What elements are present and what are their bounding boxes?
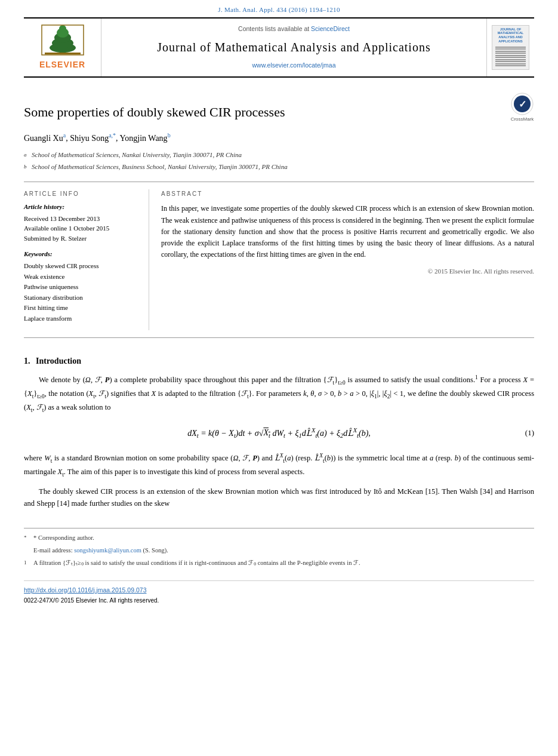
header-divider (24, 182, 534, 182)
author-c-sup: b (168, 132, 171, 139)
keyword-4: Stationary distribution (24, 293, 139, 303)
article-history: Article history: Received 13 December 20… (24, 202, 139, 243)
abstract-text: In this paper, we investigate some prope… (161, 203, 534, 260)
thumb-title: JOURNAL OFMATHEMATICALANALYSIS ANDAPPLIC… (498, 27, 523, 43)
journal-title: Journal of Mathematical Analysis and App… (157, 38, 430, 56)
paper-title: Some properties of doubly skewed CIR pro… (24, 104, 285, 121)
journal-thumbnail-section: JOURNAL OFMATHEMATICALANALYSIS ANDAPPLIC… (486, 19, 534, 77)
journal-reference-bar: J. Math. Anal. Appl. 434 (2016) 1194–121… (0, 0, 558, 17)
affil-a-sup: a (24, 150, 30, 159)
journal-title-section: Contents lists available at ScienceDirec… (101, 19, 486, 77)
authors-line: Guangli Xua, Shiyu Songa,*, Yongjin Wang… (24, 131, 534, 145)
section-title: 1. Introduction (24, 355, 534, 367)
email-suffix: (S. Song). (143, 547, 168, 554)
author-b-name: Shiyu Song (70, 133, 109, 142)
affil-b: b School of Mathematical Sciences, Busin… (24, 162, 534, 173)
issn-text: 0022-247X/© 2015 Elsevier Inc. All right… (24, 597, 159, 604)
equation-1-formula: dXt = k(θ − Xt)dt + σ√Xt dWt + ξ1dL̂Xt(a… (187, 426, 371, 441)
journal-reference: J. Math. Anal. Appl. 434 (2016) 1194–121… (218, 6, 340, 13)
footnote-star-text: * Corresponding author. (33, 533, 534, 543)
intro-para-3: The doubly skewed CIR process is an exte… (24, 485, 534, 510)
keyword-1: Doubly skewed CIR process (24, 261, 139, 272)
doi-link[interactable]: http://dx.doi.org/10.1016/j.jmaa.2015.09… (24, 586, 534, 595)
crossmark-label: CrossMark (511, 116, 534, 123)
footnote-email-marker (24, 546, 31, 556)
equation-number: (1) (525, 427, 534, 439)
keyword-6: Laplace transform (24, 314, 139, 324)
section-number: 1. (24, 357, 30, 365)
footnote-1: 1 A filtration {ℱₜ}ₜ≥₀ is said to satisf… (24, 558, 534, 568)
author-a-name: Guangli Xu (24, 133, 63, 142)
submitted-by: Submitted by R. Stelzer (24, 233, 139, 244)
journal-url-link[interactable]: www.elsevier.com/locate/jmaa (252, 62, 335, 69)
affil-b-text: School of Mathematical Sciences, Busines… (32, 162, 288, 173)
crossmark-icon: ✓ (510, 92, 534, 116)
received-date: Received 13 December 2013 (24, 214, 139, 224)
equation-1: dXt = k(θ − Xt)dt + σ√Xt dWt + ξ1dL̂Xt(a… (24, 426, 534, 441)
body-divider (24, 337, 534, 338)
elsevier-logo: ELSEVIER (39, 24, 87, 71)
article-body: ARTICLE INFO Article history: Received 1… (24, 189, 534, 330)
email-link[interactable]: songshiyumk@aliyun.com (74, 547, 141, 554)
elsevier-label: ELSEVIER (39, 59, 85, 71)
keywords-title: Keywords: (24, 249, 139, 259)
affil-a: a School of Mathematical Sciences, Nanka… (24, 150, 534, 161)
intro-para-1: We denote by (Ω, ℱ, P) a complete probab… (24, 373, 534, 415)
intro-para-2: where Wt is a standard Brownian motion o… (24, 451, 534, 480)
sciencedirect-link[interactable]: ScienceDirect (311, 25, 350, 32)
affil-b-sup: b (24, 162, 30, 171)
journal-thumbnail: JOURNAL OFMATHEMATICALANALYSIS ANDAPPLIC… (492, 25, 529, 70)
copyright-notice: © 2015 Elsevier Inc. All rights reserved… (161, 266, 534, 276)
journal-url: www.elsevier.com/locate/jmaa (252, 61, 335, 70)
abstract-column: ABSTRACT In this paper, we investigate s… (161, 189, 534, 330)
email-label: E-mail address: (33, 547, 73, 554)
article-info-column: ARTICLE INFO Article history: Received 1… (24, 189, 149, 330)
footnote-star-marker: * (24, 533, 31, 543)
history-title: Article history: (24, 202, 139, 212)
keywords-list: Doubly skewed CIR process Weak existence… (24, 261, 139, 324)
introduction-section: 1. Introduction We denote by (Ω, ℱ, P) a… (24, 355, 534, 511)
section-name: Introduction (36, 357, 81, 365)
crossmark[interactable]: ✓ CrossMark (510, 92, 534, 123)
thumb-lines (494, 45, 527, 67)
article-info-title: ARTICLE INFO (24, 189, 139, 198)
abstract-title: ABSTRACT (161, 189, 534, 198)
main-content: Some properties of doubly skewed CIR pro… (0, 78, 558, 617)
footnote-star: * * Corresponding author. (24, 533, 534, 543)
elsevier-logo-section: ELSEVIER (24, 19, 101, 77)
keyword-5: First hitting time (24, 303, 139, 314)
keyword-2: Weak existence (24, 272, 139, 282)
contents-available-text: Contents lists available at ScienceDirec… (238, 24, 350, 34)
keyword-3: Pathwise uniqueness (24, 282, 139, 293)
available-date: Available online 1 October 2015 (24, 223, 139, 233)
author-a-sup: a (63, 132, 66, 139)
footnote-1-text: A filtration {ℱₜ}ₜ≥₀ is said to satisfy … (33, 558, 534, 568)
page: J. Math. Anal. Appl. 434 (2016) 1194–121… (0, 0, 558, 756)
keywords-section: Keywords: Doubly skewed CIR process Weak… (24, 249, 139, 324)
title-row: Some properties of doubly skewed CIR pro… (24, 90, 534, 131)
doi-bar: http://dx.doi.org/10.1016/j.jmaa.2015.09… (24, 580, 534, 606)
svg-point-6 (59, 25, 66, 32)
affiliations: a School of Mathematical Sciences, Nanka… (24, 150, 534, 172)
elsevier-tree-icon (39, 24, 87, 57)
footnote-email-text: E-mail address: songshiyumk@aliyun.com (… (33, 546, 534, 556)
affil-a-text: School of Mathematical Sciences, Nankai … (32, 150, 242, 161)
footnotes-section: * * Corresponding author. E-mail address… (24, 528, 534, 568)
journal-header: ELSEVIER Contents lists available at Sci… (24, 17, 534, 78)
svg-text:✓: ✓ (519, 99, 526, 109)
footnote-1-marker: 1 (24, 558, 31, 568)
author-c-name: Yongjin Wang (120, 133, 168, 142)
author-b-sup: a,* (109, 132, 116, 139)
footnote-email: E-mail address: songshiyumk@aliyun.com (… (24, 546, 534, 556)
